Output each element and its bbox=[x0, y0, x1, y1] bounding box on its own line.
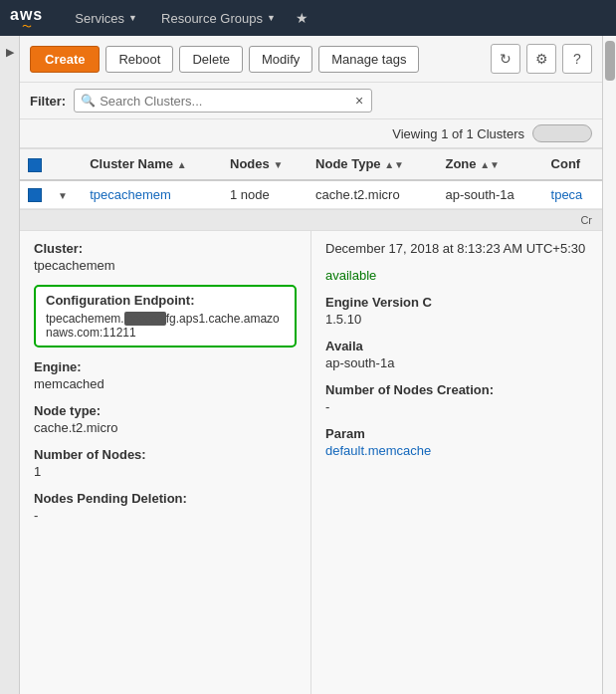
viewing-row: Viewing 1 of 1 Clusters bbox=[20, 119, 602, 148]
row-checkbox[interactable] bbox=[28, 188, 42, 202]
cluster-name-link[interactable]: tpecachemem bbox=[90, 187, 171, 202]
detail-cluster-label: Cluster: bbox=[34, 241, 297, 256]
resource-groups-arrow-icon: ▼ bbox=[267, 13, 276, 23]
detail-cluster-value: tpecachemem bbox=[34, 258, 297, 273]
config-endpoint-redacted: xxxxxxx bbox=[124, 312, 166, 326]
detail-engine-version-label: Engine Version C bbox=[325, 295, 588, 310]
cluster-name-sort-icon: ▲ bbox=[177, 159, 187, 170]
detail-num-nodes-value: 1 bbox=[34, 464, 297, 479]
resource-groups-menu[interactable]: Resource Groups ▼ bbox=[149, 0, 288, 36]
detail-num-nodes-label: Number of Nodes: bbox=[34, 447, 297, 462]
cluster-table: Cluster Name ▲ Nodes ▼ Node Type ▲▼ bbox=[20, 148, 602, 209]
modify-button[interactable]: Modify bbox=[249, 46, 312, 73]
row-expand-cell[interactable]: ▼ bbox=[50, 180, 82, 209]
clear-filter-button[interactable]: × bbox=[353, 93, 365, 109]
detail-num-nodes-creation-value: - bbox=[325, 399, 588, 414]
config-endpoint-label: Configuration Endpoint: bbox=[46, 293, 285, 308]
detail-node-type-field: Node type: cache.t2.micro bbox=[34, 403, 297, 435]
config-endpoint-box: Configuration Endpoint: tpecachemem.xxxx… bbox=[34, 285, 297, 347]
detail-nodes-pending-value: - bbox=[34, 508, 297, 523]
settings-button[interactable]: ⚙ bbox=[526, 44, 556, 74]
filter-row: Filter: 🔍 × bbox=[20, 83, 602, 119]
detail-engine-version-field: Engine Version C 1.5.10 bbox=[325, 295, 588, 327]
settings-icon: ⚙ bbox=[535, 51, 548, 67]
detail-node-type-value: cache.t2.micro bbox=[34, 420, 297, 435]
nodes-header-label: Nodes bbox=[230, 156, 270, 171]
conf-link[interactable]: tpeca bbox=[551, 187, 583, 202]
aws-logo[interactable]: aws 〜 bbox=[10, 6, 43, 30]
zone-sort-icon: ▲▼ bbox=[480, 159, 500, 170]
detail-created-field: December 17, 2018 at 8:13:23 AM UTC+5:30 bbox=[325, 241, 588, 256]
detail-status-value: available bbox=[325, 268, 588, 283]
scroll-thumb[interactable] bbox=[605, 41, 615, 81]
node-type-header-label: Node Type bbox=[315, 156, 381, 171]
detail-status-field: available bbox=[325, 268, 588, 283]
detail-content: Cluster: tpecachemem Configuration Endpo… bbox=[20, 231, 602, 694]
detail-param-value[interactable]: default.memcache bbox=[325, 443, 588, 458]
table-header-conf: Conf bbox=[543, 149, 602, 180]
help-icon: ? bbox=[573, 51, 581, 67]
detail-engine-version-value: 1.5.10 bbox=[325, 312, 588, 327]
detail-cluster-field: Cluster: tpecachemem bbox=[34, 241, 297, 273]
aws-smile-icon: 〜 bbox=[22, 24, 32, 30]
detail-created-value: December 17, 2018 at 8:13:23 AM UTC+5:30 bbox=[325, 241, 588, 256]
refresh-button[interactable]: ↻ bbox=[491, 44, 520, 74]
table-header-cluster-name[interactable]: Cluster Name ▲ bbox=[82, 149, 222, 180]
services-label: Services bbox=[75, 11, 124, 26]
detail-nodes-pending-label: Nodes Pending Deletion: bbox=[34, 491, 297, 506]
view-toggle-slider[interactable] bbox=[532, 124, 592, 142]
detail-engine-field: Engine: memcached bbox=[34, 359, 297, 391]
row-expand-icon[interactable]: ▼ bbox=[58, 190, 68, 201]
table-header-zone[interactable]: Zone ▲▼ bbox=[437, 149, 542, 180]
table-header-node-type[interactable]: Node Type ▲▼ bbox=[308, 149, 437, 180]
viewing-count-text: Viewing 1 of 1 Clusters bbox=[392, 126, 524, 141]
table-header-nodes[interactable]: Nodes ▼ bbox=[222, 149, 308, 180]
detail-panel: Cr Cluster: tpecachemem Configuration En… bbox=[20, 209, 602, 694]
conf-header-label: Conf bbox=[551, 156, 581, 171]
table-wrapper: Cluster Name ▲ Nodes ▼ Node Type ▲▼ bbox=[20, 148, 602, 209]
nodes-sort-icon: ▼ bbox=[273, 159, 283, 170]
detail-availability-label: Availa bbox=[325, 339, 588, 353]
sidebar-toggle-icon: ▶ bbox=[6, 46, 14, 59]
services-menu[interactable]: Services ▼ bbox=[63, 0, 149, 36]
delete-button[interactable]: Delete bbox=[179, 46, 243, 73]
create-button[interactable]: Create bbox=[30, 46, 100, 73]
sidebar-toggle[interactable]: ▶ bbox=[0, 36, 20, 694]
resource-groups-label: Resource Groups bbox=[161, 11, 263, 26]
services-arrow-icon: ▼ bbox=[128, 13, 137, 23]
detail-param-label: Param bbox=[325, 426, 588, 441]
help-button[interactable]: ? bbox=[562, 44, 592, 74]
detail-node-type-label: Node type: bbox=[34, 403, 297, 418]
row-cluster-name-cell: tpecachemem bbox=[82, 180, 222, 209]
reboot-button[interactable]: Reboot bbox=[105, 46, 173, 73]
cluster-name-header-label: Cluster Name bbox=[90, 156, 173, 171]
select-all-checkbox[interactable] bbox=[28, 158, 42, 172]
refresh-icon: ↻ bbox=[500, 51, 512, 67]
row-conf-cell: tpeca bbox=[543, 180, 602, 209]
detail-right-column: December 17, 2018 at 8:13:23 AM UTC+5:30… bbox=[311, 231, 602, 694]
detail-nodes-pending-field: Nodes Pending Deletion: - bbox=[34, 491, 297, 523]
manage-tags-button[interactable]: Manage tags bbox=[318, 46, 419, 73]
node-type-sort-icon: ▲▼ bbox=[384, 159, 404, 170]
favorites-star-icon[interactable]: ★ bbox=[288, 10, 316, 26]
detail-close-bar: Cr bbox=[20, 210, 602, 231]
toolbar: Create Reboot Delete Modify Manage tags … bbox=[20, 36, 602, 83]
search-input[interactable] bbox=[100, 94, 353, 109]
detail-left-column: Cluster: tpecachemem Configuration Endpo… bbox=[20, 231, 311, 694]
config-endpoint-start: tpecachemem. bbox=[46, 312, 124, 326]
detail-engine-label: Engine: bbox=[34, 359, 297, 374]
main-wrapper: ▶ Create Reboot Delete Modify Manage tag… bbox=[0, 36, 616, 694]
row-nodes-cell: 1 node bbox=[222, 180, 308, 209]
top-navigation: aws 〜 Services ▼ Resource Groups ▼ ★ bbox=[0, 0, 616, 36]
scrollbar[interactable] bbox=[602, 36, 616, 694]
content-area: Create Reboot Delete Modify Manage tags … bbox=[20, 36, 602, 694]
row-checkbox-cell[interactable] bbox=[20, 180, 50, 209]
table-header-checkbox[interactable] bbox=[20, 149, 50, 180]
filter-label: Filter: bbox=[30, 94, 66, 109]
detail-num-nodes-creation-field: Number of Nodes Creation: - bbox=[325, 382, 588, 414]
detail-cr-label: Cr bbox=[580, 214, 592, 226]
row-zone-cell: ap-south-1a bbox=[437, 180, 542, 209]
row-node-type-cell: cache.t2.micro bbox=[308, 180, 437, 209]
zone-header-label: Zone bbox=[445, 156, 476, 171]
detail-availability-value: ap-south-1a bbox=[325, 355, 588, 370]
